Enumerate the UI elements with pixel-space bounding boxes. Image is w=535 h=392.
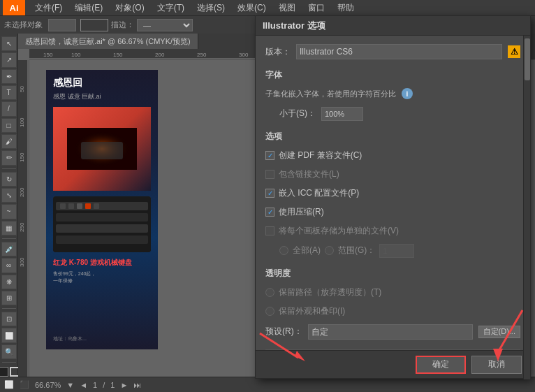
illustrator-options-dialog: Illustrator 选项 版本： Illustrator CS6 ⚠ 字体 …	[255, 15, 531, 379]
dialog-scrollbar[interactable]	[523, 36, 530, 379]
tool-type[interactable]: T	[1, 85, 17, 100]
dialog-scrollbar-thumb	[525, 38, 530, 80]
font-size-input[interactable]	[321, 107, 363, 121]
tool-pen[interactable]: ✒	[1, 69, 17, 84]
option-pdf-label: 创建 PDF 兼容文件(C)	[279, 150, 362, 161]
tool-separator-3	[2, 308, 16, 309]
tool-blend[interactable]: ∞	[1, 258, 17, 273]
svg-rect-19	[56, 213, 148, 222]
preset-select[interactable]: 自定	[308, 324, 473, 340]
tool-zoom[interactable]: 🔍	[1, 344, 17, 359]
zoom-controls[interactable]: ▼	[66, 381, 74, 389]
range-input[interactable]	[379, 244, 414, 258]
document-tab[interactable]: 感恩回馈，诚意巨献.ai* @ 66.67% (CMYK/预览)	[18, 34, 198, 49]
menu-file[interactable]: 文件(F)	[29, 1, 68, 15]
tool-eyedropper[interactable]: 💉	[1, 242, 17, 256]
font-info-icon: i	[402, 88, 413, 99]
tool-pencil[interactable]: ✏	[1, 150, 17, 165]
svg-text:100: 100	[19, 117, 25, 127]
svg-marker-28	[295, 351, 305, 361]
artboard: 感恩回 感恩 诚意 巨献.ai	[46, 70, 158, 349]
cancel-button[interactable]: 取消	[471, 356, 522, 374]
nav-prev[interactable]: ◄	[80, 381, 87, 389]
menu-object[interactable]: 对象(O)	[110, 1, 149, 15]
menu-effect[interactable]: 效果(C)	[232, 1, 272, 15]
tool-symbol[interactable]: ❋	[1, 275, 17, 289]
tool-select[interactable]: ↖	[1, 36, 17, 51]
tool-direct-select[interactable]: ↗	[1, 52, 17, 67]
menu-view[interactable]: 视图	[273, 1, 301, 15]
tool-scale[interactable]: ⤡	[1, 188, 17, 203]
transp-appearance-radio[interactable]	[265, 307, 274, 316]
menu-text[interactable]: 文字(T)	[152, 1, 190, 15]
svg-rect-20	[56, 224, 148, 233]
menu-window[interactable]: 窗口	[302, 1, 330, 15]
option-compress-label: 使用压缩(R)	[279, 206, 324, 218]
nav-last[interactable]: ⏭	[133, 381, 141, 389]
svg-text:150: 150	[43, 52, 53, 58]
nav-next[interactable]: ►	[120, 381, 128, 389]
svg-text:300: 300	[239, 52, 249, 58]
range-all-radio[interactable]	[279, 246, 288, 255]
option-icc-checkbox[interactable]	[265, 189, 274, 198]
tool-separator-4	[2, 362, 16, 363]
canvas-icon: ⬜	[4, 380, 14, 389]
fill-color-swatch[interactable]	[48, 19, 76, 31]
tool-column[interactable]: ⊞	[1, 291, 17, 305]
svg-text:250: 250	[197, 52, 207, 58]
font-size-row: 小于(S)：	[265, 107, 520, 121]
transp-path-radio[interactable]	[265, 288, 274, 297]
transp-appearance-label: 保留外观和叠印(I)	[279, 305, 345, 317]
version-row: 版本： Illustrator CS6 ⚠	[265, 44, 520, 59]
color-swatches	[0, 367, 20, 377]
option-pdf-row: 创建 PDF 兼容文件(C)	[265, 150, 520, 161]
tool-separator-2	[2, 238, 16, 239]
fill-swatch[interactable]	[0, 367, 8, 377]
option-artboard-label: 将每个画板存储为单独的文件(V)	[279, 225, 399, 237]
svg-line-27	[260, 333, 298, 358]
tool-separator-1	[2, 168, 16, 169]
svg-rect-25	[85, 203, 91, 209]
tool-slice[interactable]: ⊡	[1, 312, 17, 326]
menu-bar: Ai 文件(F) 编辑(E) 对象(O) 文字(T) 选择(S) 效果(C) 视…	[0, 0, 535, 15]
ok-button[interactable]: 确定	[416, 356, 466, 374]
font-desc: 子集化嵌入字体，若使用的字符百分比	[265, 88, 396, 100]
tool-rotate[interactable]: ↻	[1, 172, 17, 187]
option-artboard-checkbox[interactable]	[265, 226, 274, 235]
tool-graph[interactable]: ▦	[1, 221, 17, 235]
page-num: 1	[93, 381, 97, 389]
tool-rect[interactable]: □	[1, 118, 17, 133]
stroke-label: 描边：	[111, 20, 134, 30]
option-compress-checkbox[interactable]	[265, 208, 274, 217]
menu-select[interactable]: 选择(S)	[191, 1, 230, 15]
svg-text:250: 250	[19, 222, 25, 232]
dialog-footer: 确定 取消	[256, 350, 530, 378]
range-row: 全部(A) 范围(G)：	[265, 244, 520, 258]
tool-line[interactable]: /	[1, 101, 17, 116]
tool-brush[interactable]: 🖌	[1, 134, 17, 149]
option-links-row: 包含链接文件(L)	[265, 168, 520, 180]
selection-label: 未选择对象	[4, 20, 43, 30]
option-links-checkbox[interactable]	[265, 170, 274, 179]
zoom-value: 66.67%	[35, 381, 61, 389]
stroke-color-swatch[interactable]	[80, 19, 108, 31]
artboard-promo-sub: 一年保修	[53, 277, 151, 284]
status-bar: ⬜ ⬛ 66.67% ▼ ◄ 1 / 1 ► ⏭	[0, 377, 535, 392]
custom-button[interactable]: 自定(D)...	[478, 326, 520, 338]
menu-help[interactable]: 帮助	[332, 1, 360, 15]
tool-warp[interactable]: ~	[1, 204, 17, 219]
red-arrow-svg	[256, 330, 312, 365]
menu-edit[interactable]: 编辑(E)	[69, 1, 108, 15]
range-range-radio[interactable]	[325, 246, 334, 255]
stroke-dropdown[interactable]: —	[137, 19, 193, 31]
range-all-label: 全部(A)	[293, 245, 321, 256]
artboard-hero-image	[53, 107, 151, 191]
page-separator: /	[103, 381, 105, 389]
tool-artboard[interactable]: ⬜	[1, 328, 17, 342]
version-select[interactable]: Illustrator CS6	[296, 44, 502, 59]
ruler-vertical: 50 100 150 200 250 300	[18, 60, 29, 377]
dialog-body: 版本： Illustrator CS6 ⚠ 字体 子集化嵌入字体，若使用的字符百…	[256, 36, 530, 350]
transparency-section-title: 透明度	[265, 268, 520, 280]
option-pdf-checkbox[interactable]	[265, 151, 274, 160]
option-links-label: 包含链接文件(L)	[279, 168, 339, 180]
